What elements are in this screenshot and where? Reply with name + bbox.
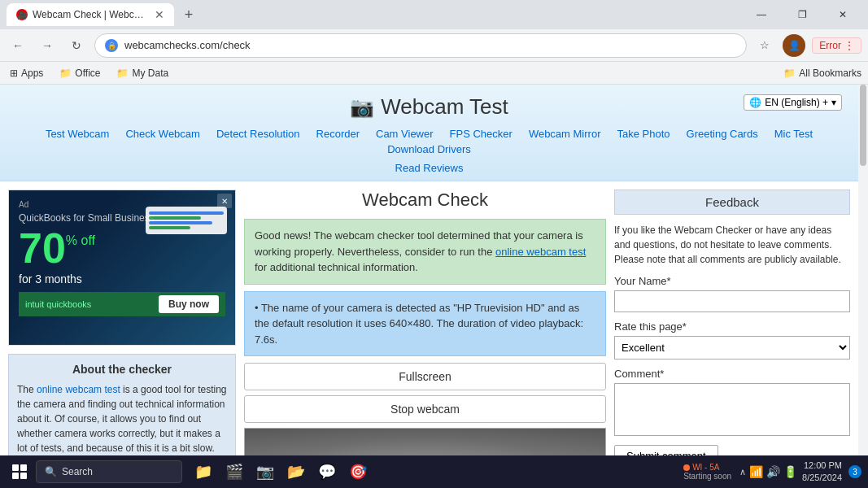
all-bookmarks[interactable]: 📁 All Bookmarks <box>783 68 861 79</box>
title-bar: Webcam Check | Webcam ✕ + — ❐ ✕ <box>0 0 868 29</box>
good-news-text-after: for additional technical information. <box>255 261 418 273</box>
folder-icon-all: 📁 <box>783 68 796 79</box>
name-label: Your Name* <box>614 275 850 287</box>
ad-inner: ✕ Ad QuickBooks for Small Business 70 % … <box>9 190 235 345</box>
nav-webcam-mirror[interactable]: Webcam Mirror <box>521 126 609 142</box>
notification-badge[interactable]: 3 <box>848 465 861 478</box>
scrollbar-thumb[interactable] <box>860 85 866 166</box>
refresh-button[interactable]: ↻ <box>65 34 88 57</box>
right-column: Feedback If you like the Webcam Checker … <box>614 190 850 455</box>
nav-greeting-cards[interactable]: Greeting Cards <box>678 126 766 142</box>
nav-read-reviews[interactable]: Read Reviews <box>387 160 472 176</box>
site-nav: Test Webcam Check Webcam Detect Resoluti… <box>0 123 858 160</box>
webcam-preview <box>244 428 606 455</box>
ad-off-text: % off <box>66 233 95 248</box>
tab-close-button[interactable]: ✕ <box>155 8 164 21</box>
nav-fps-checker[interactable]: FPS Checker <box>442 126 521 142</box>
speaker-icon: 🔊 <box>766 465 780 478</box>
tab-favicon <box>16 9 28 20</box>
minimize-button[interactable]: — <box>743 2 780 27</box>
maximize-button[interactable]: ❐ <box>783 2 821 27</box>
start-button[interactable] <box>7 459 33 485</box>
center-column: Webcam Check Good news! The webcam check… <box>244 190 606 455</box>
nav-cam-viewer[interactable]: Cam Viewer <box>368 126 442 142</box>
ad-footer: intuit quickbooks Buy now <box>19 292 225 316</box>
rate-label: Rate this page* <box>614 320 850 333</box>
name-input[interactable] <box>614 290 850 312</box>
rate-select[interactable]: Excellent Good Average Poor <box>614 336 850 359</box>
main-content: ✕ Ad QuickBooks for Small Business 70 % … <box>0 181 858 455</box>
taskbar-app-camera[interactable]: 🎬 <box>220 457 249 486</box>
network-icon: 📶 <box>749 465 763 478</box>
profile-button[interactable]: 👤 <box>783 34 805 57</box>
nav-detect-resolution[interactable]: Detect Resolution <box>208 126 308 142</box>
scrollbar[interactable] <box>858 85 868 455</box>
nav-recorder[interactable]: Recorder <box>308 126 368 142</box>
buy-now-button[interactable]: Buy now <box>159 295 219 313</box>
advertisement: ✕ Ad QuickBooks for Small Business 70 % … <box>8 190 236 346</box>
grid-icon: ⊞ <box>10 68 18 79</box>
webcam-gradient <box>245 429 605 455</box>
taskbar-app-photo[interactable]: 📷 <box>251 457 280 486</box>
good-news-box: Good news! The webcam checker tool deter… <box>244 219 606 285</box>
url-text: webcamchecks.com/check <box>124 39 736 51</box>
taskbar-app-misc[interactable]: 🎯 <box>343 457 373 486</box>
clock[interactable]: 12:00 PM 8/25/2024 <box>802 460 842 485</box>
tray-expand-icon[interactable]: ∧ <box>739 467 746 477</box>
comment-label: Comment* <box>614 368 850 380</box>
nav-take-photo[interactable]: Take Photo <box>608 126 678 142</box>
site-top: 📷 Webcam Test 🌐 EN (English) + ▾ <box>0 91 858 123</box>
taskbar-app-chat[interactable]: 💬 <box>312 457 342 486</box>
error-badge[interactable]: Error ⋮ <box>812 37 861 54</box>
nav-check-webcam[interactable]: Check Webcam <box>117 126 208 142</box>
new-tab-button[interactable]: + <box>177 3 200 26</box>
fullscreen-button[interactable]: Fullscreen <box>244 363 606 390</box>
search-icon: 🔍 <box>45 466 57 477</box>
folder-icon-mydata: 📁 <box>116 68 129 79</box>
nav-test-webcam[interactable]: Test Webcam <box>37 126 118 142</box>
bookmarks-apps[interactable]: ⊞ Apps <box>7 66 46 81</box>
wifi-indicator: WI - 5A <box>683 463 719 472</box>
taskbar-app-files[interactable]: 📁 <box>189 457 218 486</box>
info-box: • The name of your camera is detected as… <box>244 291 606 357</box>
language-selector[interactable]: 🌐 EN (English) + ▾ <box>744 94 842 111</box>
taskbar-search-box[interactable]: 🔍 Search <box>36 460 182 483</box>
active-tab[interactable]: Webcam Check | Webcam ✕ <box>7 3 174 26</box>
about-webcam-test-link[interactable]: online webcam test <box>37 384 120 395</box>
bookmarks-mydata[interactable]: 📁 My Data <box>113 66 172 81</box>
nav-download-drivers[interactable]: Download Drivers <box>379 142 479 157</box>
page-title: Webcam Check <box>244 190 606 211</box>
site-header: 📷 Webcam Test 🌐 EN (English) + ▾ Test We… <box>0 85 858 181</box>
tab-bar: Webcam Check | Webcam ✕ + <box>7 3 736 26</box>
taskbar-app-folder[interactable]: 📂 <box>281 457 311 486</box>
wifi-dot <box>683 464 690 471</box>
ad-bar-2 <box>149 216 201 220</box>
windows-icon <box>12 464 27 479</box>
ad-months: for 3 months <box>19 272 225 285</box>
bookmark-button[interactable]: ☆ <box>753 34 776 57</box>
ad-dashboard <box>146 207 227 234</box>
website: 📷 Webcam Test 🌐 EN (English) + ▾ Test We… <box>0 85 858 455</box>
address-bar-row: ← → ↻ 🔒 webcamchecks.com/check ☆ 👤 Error… <box>0 29 868 62</box>
taskbar-right: WI - 5A Starting soon ∧ 📶 🔊 🔋 12:00 PM 8… <box>683 460 861 485</box>
ad-bar-1 <box>149 211 224 215</box>
ad-discount-number: 70 <box>19 227 66 269</box>
submit-comment-button[interactable]: Submit comment <box>614 445 718 455</box>
close-button[interactable]: ✕ <box>824 2 861 27</box>
info-text: • The name of your camera is detected as… <box>255 302 583 346</box>
comment-input[interactable] <box>614 383 850 436</box>
feedback-title: Feedback <box>614 190 850 215</box>
page-content: 📷 Webcam Test 🌐 EN (English) + ▾ Test We… <box>0 85 868 455</box>
site-nav-row2: Read Reviews <box>0 160 858 181</box>
back-button[interactable]: ← <box>7 34 29 57</box>
stop-webcam-button[interactable]: Stop webcam <box>244 395 606 423</box>
online-webcam-test-link[interactable]: online webcam test <box>495 246 586 258</box>
left-column: ✕ Ad QuickBooks for Small Business 70 % … <box>8 190 236 455</box>
nav-mic-test[interactable]: Mic Test <box>766 126 821 142</box>
system-tray: ∧ 📶 🔊 🔋 <box>739 465 797 478</box>
address-bar[interactable]: 🔒 webcamchecks.com/check <box>94 33 747 58</box>
taskbar: 🔍 Search 📁 🎬 📷 📂 💬 🎯 WI - 5A Starting so… <box>0 455 868 488</box>
battery-icon: 🔋 <box>783 465 797 478</box>
bookmarks-office[interactable]: 📁 Office <box>56 66 103 81</box>
forward-button[interactable]: → <box>36 34 59 57</box>
